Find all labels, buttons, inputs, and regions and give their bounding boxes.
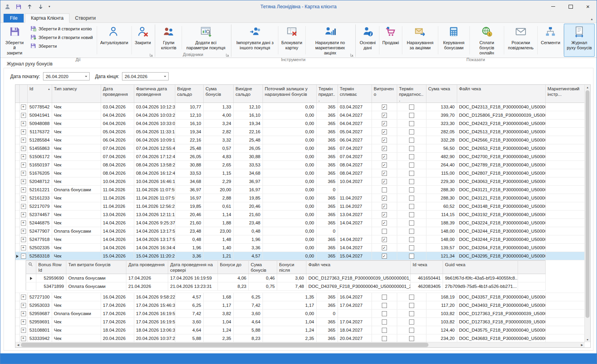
maximize-button[interactable] <box>562 1 579 13</box>
table-row[interactable]: +53333942Чек20.04.202620.04.2026 10:37:2… <box>15 334 585 343</box>
validity_flag-checkbox[interactable] <box>409 113 414 118</box>
import-data-button[interactable]: Імпортувати дані з іншого покупця <box>232 24 277 57</box>
tab-client-card[interactable]: Картка Клієнта <box>25 13 69 23</box>
spent-checkbox[interactable]: ✓ <box>382 138 387 143</box>
validity_flag-checkbox[interactable] <box>409 254 414 259</box>
expand-toggle-icon[interactable]: + <box>21 319 26 325</box>
spent-checkbox[interactable]: ✓ <box>382 129 387 134</box>
detail-row[interactable]: 53471899Оплата бонусами21.04.202621.04.2… <box>26 282 546 291</box>
table-row[interactable]: +51676205Чек08.04.202608.04.2026 16:12:4… <box>15 169 585 177</box>
pay-bonuses-online-button[interactable]: $ Сплати бонусів онлайн <box>470 24 504 57</box>
main-data-button[interactable]: i Основні дані <box>357 24 379 57</box>
save-and-new-button[interactable]: Зберегти й створити новий <box>28 34 95 41</box>
scroll-left-icon[interactable]: ◀ <box>15 343 21 347</box>
column-header-receipt_file[interactable]: Файл чека <box>457 85 545 103</box>
promo-accruals-button[interactable]: Нарахування за акціями <box>403 24 437 57</box>
spent-checkbox[interactable] <box>382 311 387 316</box>
expand-toggle-icon[interactable]: + <box>21 138 26 143</box>
column-header-marketing[interactable]: Маркетинговий інстр... <box>545 85 585 103</box>
validity_flag-checkbox[interactable] <box>409 303 414 308</box>
spent-checkbox[interactable]: ✓ <box>382 196 387 201</box>
table-row[interactable]: +52446875Чек14.04.202614.04.2026 9:25:37… <box>15 219 585 227</box>
detail-column-header-date[interactable]: Дата проведення <box>126 261 168 274</box>
expand-toggle-icon[interactable]: + <box>21 179 26 184</box>
spent-checkbox[interactable]: ✓ <box>382 254 387 259</box>
validity_flag-checkbox[interactable] <box>409 295 414 300</box>
expand-toggle-icon[interactable]: − <box>21 254 26 259</box>
spent-checkbox[interactable]: ✓ <box>382 146 387 151</box>
table-row[interactable]: +52477918Чек14.04.202614.04.2026 13:17:5… <box>15 235 585 244</box>
detail-column-header-bonuses_before[interactable]: Бонуси до <box>218 261 249 274</box>
column-header-outgoing[interactable]: Вихідне сальдо <box>233 85 263 103</box>
validity_flag-checkbox[interactable] <box>409 138 414 143</box>
detail-column-header-bonus_sum[interactable]: Сума бонусів <box>249 261 277 274</box>
expand-toggle-icon[interactable]: + <box>21 311 26 316</box>
expand-toggle-icon[interactable]: + <box>21 146 26 151</box>
validity_flag-checkbox[interactable] <box>409 212 414 217</box>
tools-dialog-launcher-icon[interactable] <box>350 53 354 57</box>
ribbon-collapse-button[interactable]: ▴ <box>591 17 593 21</box>
validity_flag-checkbox[interactable] <box>409 154 414 159</box>
table-row[interactable]: +52374457Чек13.04.202613.04.2026 12:11:1… <box>15 211 585 219</box>
column-header-actual_date[interactable]: Фактична дата проведення <box>134 85 175 103</box>
sales-button[interactable]: Продажі <box>379 24 402 57</box>
spent-checkbox[interactable]: ✓ <box>382 245 387 250</box>
column-header-id[interactable]: Id▲ <box>27 85 52 103</box>
table-row[interactable]: +52161221Оплата бонусами11.04.202611.04.… <box>15 186 585 194</box>
detail-row[interactable]: 52959690Оплата бонусами17.04.202617.04.2… <box>26 274 546 282</box>
arrow-up-icon[interactable] <box>26 4 33 10</box>
validity_flag-checkbox[interactable] <box>409 220 414 226</box>
validity_flag-checkbox[interactable] <box>409 328 414 333</box>
table-row[interactable]: +52161233Чек11.04.202611.04.2026 11:07:5… <box>15 194 585 202</box>
validity_flag-checkbox[interactable] <box>409 336 414 341</box>
detail-column-header-receipt_id[interactable]: Id чека <box>411 261 443 274</box>
table-row[interactable]: +50948088Чек04.04.202604.04.2026 10:33:0… <box>15 119 585 128</box>
spent-checkbox[interactable] <box>382 187 387 192</box>
table-row[interactable]: +52217079Чек11.04.202611.04.2026 12:56:2… <box>15 202 585 211</box>
validity_flag-checkbox[interactable] <box>409 105 414 110</box>
close-card-button[interactable]: Закрити <box>132 24 154 57</box>
validity_flag-checkbox[interactable] <box>409 196 414 201</box>
expand-toggle-icon[interactable]: + <box>21 113 26 118</box>
spent-checkbox[interactable]: ✓ <box>382 105 387 110</box>
expand-toggle-icon[interactable]: + <box>21 129 26 134</box>
validity_flag-checkbox[interactable] <box>409 162 414 168</box>
spent-checkbox[interactable]: ✓ <box>382 212 387 217</box>
save-and-copy-button[interactable]: Зберегти й створити копію <box>28 25 95 33</box>
table-row[interactable]: +52959687Оплата бонусами17.04.202617.04.… <box>15 310 585 318</box>
expand-toggle-icon[interactable]: + <box>21 220 26 226</box>
column-header-validity_flag[interactable]: Термін придатнос... <box>397 85 426 103</box>
expand-toggle-icon[interactable]: + <box>21 336 26 341</box>
tab-file[interactable]: File <box>4 14 24 22</box>
detail-column-header-guid[interactable]: Guid чека <box>443 261 518 274</box>
minimize-button[interactable] <box>544 1 562 13</box>
column-header-bonus_sum[interactable]: Сума бонусів <box>203 85 233 103</box>
spent-checkbox[interactable]: ✓ <box>382 179 387 184</box>
detail-filter-header[interactable] <box>26 261 36 274</box>
block-card-button[interactable]: Блокувати картку <box>278 24 305 57</box>
column-header-expires[interactable]: Термін спливає <box>338 85 372 103</box>
expand-toggle-icon[interactable]: + <box>21 237 26 242</box>
expand-toggle-icon[interactable]: + <box>21 154 26 159</box>
table-row[interactable]: +51650197Чек08.04.202608.04.2026 13:58:2… <box>15 161 585 169</box>
start-date-dropdown-icon[interactable] <box>83 74 89 79</box>
qat-dropdown-icon[interactable]: ▾ <box>49 5 50 8</box>
table-row[interactable]: +51176372Чек05.04.202605.04.2026 11:33:1… <box>15 128 585 136</box>
validity_flag-checkbox[interactable] <box>409 319 414 325</box>
start-date-input[interactable]: 26.04.2020 <box>43 72 90 80</box>
validity_flag-checkbox[interactable] <box>409 179 414 184</box>
save-button[interactable]: Зберегти <box>28 42 95 50</box>
spent-checkbox[interactable] <box>382 328 387 333</box>
spent-checkbox[interactable]: ✓ <box>382 121 387 126</box>
tab-create[interactable]: Створити <box>69 14 101 22</box>
expand-toggle-icon[interactable]: + <box>21 196 26 201</box>
table-row[interactable]: +50778542Чек03.04.202603.04.2026 10:12:3… <box>15 103 585 111</box>
spent-checkbox[interactable]: ✓ <box>382 237 387 242</box>
expand-toggle-icon[interactable]: + <box>21 171 26 176</box>
detail-column-header-bonus_row_id[interactable]: Bonus Row Id <box>36 261 66 274</box>
column-header-date[interactable]: Дата проведення <box>101 85 134 103</box>
table-row[interactable]: +51455863Чек07.04.202607.04.2026 12:55:4… <box>15 144 585 153</box>
column-header-validity_days[interactable]: Термін придат... <box>316 85 338 103</box>
scroll-up-icon[interactable]: ▲ <box>586 85 589 90</box>
spent-checkbox[interactable] <box>382 303 387 308</box>
